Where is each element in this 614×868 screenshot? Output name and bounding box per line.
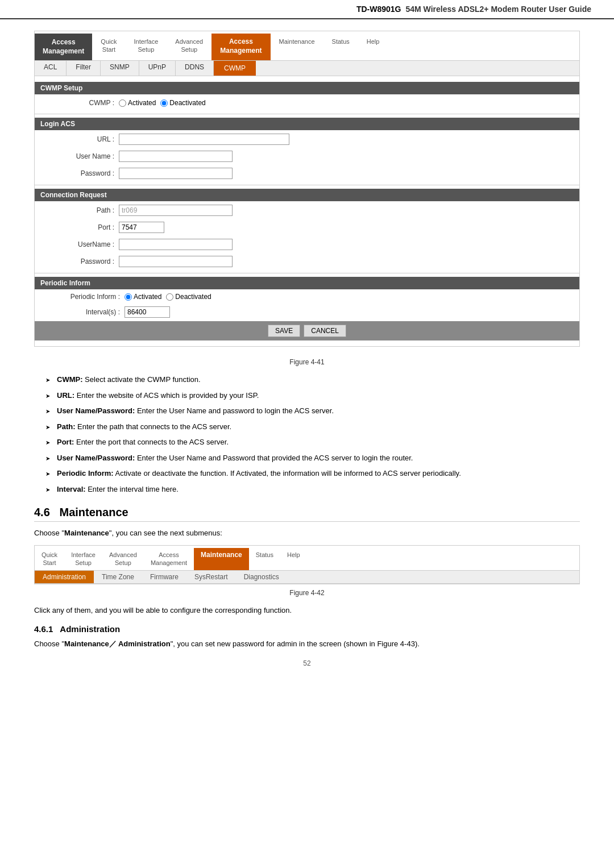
path-row: Path :	[35, 202, 579, 218]
cr-username-row: UserName :	[35, 236, 579, 252]
cwmp-activated-label[interactable]: Activated	[119, 99, 156, 107]
periodic-inform-header: Periodic Inform	[35, 277, 579, 289]
nav-access-management[interactable]: AccessManagement	[211, 34, 270, 60]
path-label: Path :	[46, 206, 114, 214]
path-input[interactable]	[119, 205, 233, 216]
nav2-status[interactable]: Status	[249, 548, 280, 570]
nav2-help[interactable]: Help	[280, 548, 307, 570]
sub-nav-bar: ACL Filter SNMP UPnP DDNS CWMP	[35, 61, 579, 76]
interval-input[interactable]	[125, 306, 170, 318]
nav-label: AccessManagement	[35, 34, 92, 60]
section461-name: Administration	[60, 624, 120, 634]
username-row: User Name :	[35, 148, 579, 164]
interval-label: Interval(s) :	[46, 308, 120, 316]
login-acs-header: Login ACS	[35, 118, 579, 130]
section46-intro: Choose "Maintenance", you can see the ne…	[34, 528, 580, 539]
url-input[interactable]	[119, 134, 289, 145]
subnav-snmp[interactable]: SNMP	[101, 61, 139, 76]
periodic-activated-radio[interactable]	[125, 293, 132, 301]
nav-bar2: QuickStart InterfaceSetup AdvancedSetup …	[35, 546, 579, 571]
maintenance-bold: Maintenance	[64, 529, 109, 537]
cwmp-setup-header: CWMP Setup	[35, 82, 579, 94]
section46-num: 4.6	[34, 506, 56, 518]
cwmp-radio-group[interactable]: Activated Deactivated	[119, 99, 206, 107]
figure42-desc: Click any of them, and you will be able …	[34, 605, 580, 617]
bullet-cwmp: CWMP: Select activate the CWMP function.	[45, 374, 580, 385]
periodic-inform-row: Periodic Inform : Activated Deactivated	[35, 290, 579, 303]
subnav-acl[interactable]: ACL	[35, 61, 67, 76]
figure42-router-ui: QuickStart InterfaceSetup AdvancedSetup …	[34, 545, 580, 584]
username-input[interactable]	[119, 151, 233, 162]
cr-password-input[interactable]	[119, 256, 233, 267]
cr-username-input[interactable]	[119, 239, 233, 250]
cwmp-label: CWMP :	[80, 99, 114, 107]
save-button[interactable]: SAVE	[268, 325, 300, 337]
subnav2-sysrestart[interactable]: SysRestart	[186, 571, 236, 583]
subnav2-timezone[interactable]: Time Zone	[94, 571, 142, 583]
nav2-interface-setup[interactable]: InterfaceSetup	[64, 548, 102, 570]
nav2-maintenance[interactable]: Maintenance	[194, 548, 249, 570]
nav-bar: AccessManagement QuickStart InterfaceSet…	[35, 31, 579, 61]
subnav2-diagnostics[interactable]: Diagnostics	[236, 571, 287, 583]
bullet-username-password-1: User Name/Password: Enter the User Name …	[45, 405, 580, 417]
nav2-quick-start[interactable]: QuickStart	[35, 548, 64, 570]
cr-username-label: UserName :	[46, 240, 114, 248]
password-label: Password :	[46, 169, 114, 177]
maintenance-admin-bold: Maintenance／ Administration	[64, 639, 171, 648]
cwmp-deactivated-label[interactable]: Deactivated	[160, 99, 205, 107]
subnav2-firmware[interactable]: Firmware	[142, 571, 186, 583]
bullet-list: CWMP: Select activate the CWMP function.…	[34, 374, 580, 495]
periodic-deactivated-label[interactable]: Deactivated	[166, 293, 211, 301]
nav-maintenance[interactable]: Maintenance	[271, 34, 323, 60]
cwmp-radio-row: CWMP : Activated Deactivated	[35, 95, 579, 110]
bullet-path: Path: Enter the path that connects to th…	[45, 421, 580, 433]
cr-password-label: Password :	[46, 258, 114, 265]
page-title: 54M Wireless ADSL2+ Modem Router User Gu…	[406, 5, 592, 14]
cwmp-deactivated-radio[interactable]	[160, 99, 168, 107]
subnav-upnp[interactable]: UPnP	[139, 61, 176, 76]
subnav-ddns[interactable]: DDNS	[176, 61, 214, 76]
model-name: TD-W8901G	[356, 5, 401, 14]
cwmp-activated-radio[interactable]	[119, 99, 126, 107]
section46-name: Maintenance	[59, 506, 128, 518]
nav-interface-setup[interactable]: InterfaceSetup	[125, 34, 167, 60]
nav2-access-management[interactable]: AccessManagement	[144, 548, 194, 570]
bullet-url: URL: Enter the website of ACS which is p…	[45, 390, 580, 401]
periodic-activated-label[interactable]: Activated	[125, 293, 161, 301]
sub-nav2-bar: Administration Time Zone Firmware SysRes…	[35, 571, 579, 584]
figure42-caption: Figure 4-42	[34, 589, 580, 597]
url-row: URL :	[35, 131, 579, 147]
nav-quick-start[interactable]: QuickStart	[92, 34, 125, 60]
nav-advanced-setup[interactable]: AdvancedSetup	[167, 34, 211, 60]
page-header: TD-W8901G 54M Wireless ADSL2+ Modem Rout…	[0, 0, 614, 19]
cr-password-row: Password :	[35, 254, 579, 269]
connection-request-header: Connection Request	[35, 189, 579, 201]
periodic-inform-label: Periodic Inform :	[46, 293, 120, 301]
subnav-filter[interactable]: Filter	[67, 61, 101, 76]
section461-num: 4.6.1	[34, 624, 58, 634]
port-label: Port :	[46, 223, 114, 231]
bullet-port: Port: Enter the port that connects to th…	[45, 437, 580, 448]
bullet-interval: Interval: Enter the interval time here.	[45, 484, 580, 495]
bullet-username-password-2: User Name/Password: Enter the User Name …	[45, 452, 580, 464]
periodic-deactivated-radio[interactable]	[166, 293, 173, 301]
port-input[interactable]	[119, 222, 164, 233]
nav2-advanced-setup[interactable]: AdvancedSetup	[102, 548, 144, 570]
nav-help[interactable]: Help	[358, 34, 388, 60]
password-input[interactable]	[119, 168, 233, 179]
cancel-button[interactable]: CANCEL	[304, 325, 346, 337]
port-row: Port :	[35, 219, 579, 235]
subnav-cwmp[interactable]: CWMP	[214, 61, 256, 76]
form-area: CWMP Setup CWMP : Activated Deactivated …	[35, 76, 579, 346]
page-number: 52	[34, 659, 580, 667]
bullet-periodic-inform: Periodic Inform: Activate or deactivate …	[45, 468, 580, 479]
section461-para: Choose "Maintenance／ Administration", yo…	[34, 638, 580, 650]
section46-title: 4.6 Maintenance	[34, 506, 580, 522]
button-row: SAVE CANCEL	[35, 321, 579, 340]
figure41-router-ui: AccessManagement QuickStart InterfaceSet…	[34, 31, 580, 347]
periodic-radio-group[interactable]: Activated Deactivated	[125, 293, 211, 301]
nav-status[interactable]: Status	[323, 34, 358, 60]
main-content: AccessManagement QuickStart InterfaceSet…	[0, 19, 614, 681]
url-label: URL :	[46, 135, 114, 143]
subnav2-administration[interactable]: Administration	[35, 571, 94, 583]
